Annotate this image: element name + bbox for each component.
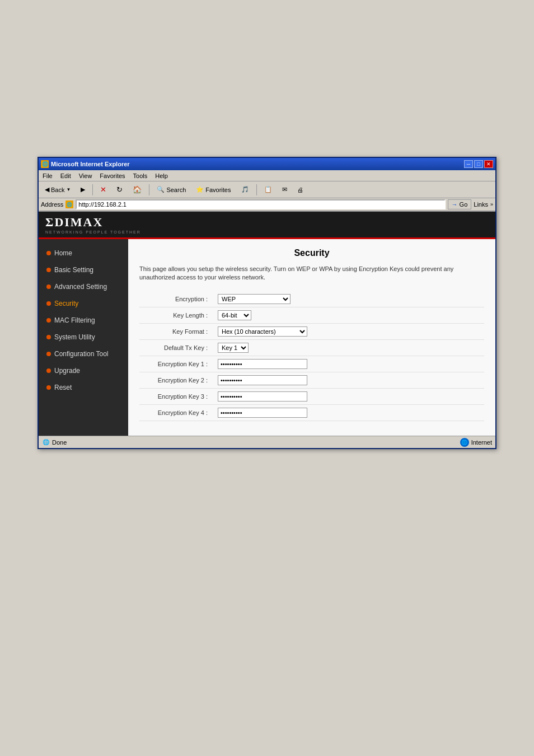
edimax-subtitle: NETWORKING PEOPLE TOGETHER xyxy=(45,230,141,234)
menu-favorites[interactable]: Favorites xyxy=(98,172,127,180)
home-button[interactable]: 🏠 xyxy=(129,183,146,197)
encryption-key-3-input[interactable] xyxy=(218,391,307,402)
field-row-encryption-key-3: Encryption Key 3 : xyxy=(139,388,484,404)
sidebar-label-system-utility: System Utility xyxy=(54,333,95,341)
sidebar-label-reset: Reset xyxy=(54,384,72,391)
menu-view[interactable]: View xyxy=(77,172,94,180)
internet-icon: 🌐 xyxy=(460,438,469,447)
field-row-encryption-key-1: Encryption Key 1 : xyxy=(139,356,484,372)
sidebar-item-basic-setting[interactable]: Basic Setting xyxy=(39,262,128,278)
edimax-logo: ΣDIMAX xyxy=(45,215,141,230)
star-icon: ⭐ xyxy=(196,186,204,193)
label-key-format: Key Format : xyxy=(139,323,212,339)
page-title: Security xyxy=(139,248,484,258)
forward-button[interactable]: ▶ xyxy=(77,183,89,197)
label-encryption-key-4: Encryption Key 4 : xyxy=(139,404,212,421)
menu-help[interactable]: Help xyxy=(153,172,170,180)
toolbar-separator-2 xyxy=(149,184,149,195)
page-description: This page allows you setup the wireless … xyxy=(139,265,484,282)
history-icon: 📋 xyxy=(264,186,272,193)
field-row-encryption: Encryption : WEP WPA Disabled xyxy=(139,291,484,307)
status-right: 🌐 Internet xyxy=(460,438,492,447)
window-title: Microsoft Internet Explorer xyxy=(51,161,130,167)
encryption-key-4-input[interactable] xyxy=(218,408,307,418)
encryption-select[interactable]: WEP WPA Disabled xyxy=(218,294,291,304)
sidebar-item-mac-filtering[interactable]: MAC Filtering xyxy=(39,312,128,329)
label-default-tx-key: Default Tx Key : xyxy=(139,339,212,356)
sidebar-item-advanced-setting[interactable]: Advanced Setting xyxy=(39,278,128,295)
sidebar-label-upgrade: Upgrade xyxy=(54,367,80,375)
menu-tools[interactable]: Tools xyxy=(132,172,149,180)
sidebar-item-configuration-tool[interactable]: Configuration Tool xyxy=(39,346,128,362)
minimize-button[interactable]: ─ xyxy=(464,160,473,168)
print-button[interactable]: 🖨 xyxy=(293,183,307,197)
history-button[interactable]: 📋 xyxy=(260,183,276,197)
label-encryption: Encryption : xyxy=(139,291,212,307)
sidebar-label-basic-setting: Basic Setting xyxy=(54,266,93,274)
nav-bullet-reset xyxy=(46,385,51,390)
search-icon: 🔍 xyxy=(157,186,165,193)
status-text: Done xyxy=(52,439,67,446)
address-favicon: 🌐 xyxy=(65,200,73,208)
sidebar-item-security[interactable]: Security xyxy=(39,295,128,312)
menu-file[interactable]: File xyxy=(41,172,54,180)
label-encryption-key-3: Encryption Key 3 : xyxy=(139,388,212,404)
field-row-encryption-key-2: Encryption Key 2 : xyxy=(139,372,484,388)
key-length-select[interactable]: 64-bit 128-bit xyxy=(218,310,251,320)
status-bar: 🌐 Done 🌐 Internet xyxy=(39,436,495,448)
title-bar-left: 🌐 Microsoft Internet Explorer xyxy=(41,160,130,168)
stop-icon: ✕ xyxy=(100,185,106,194)
sidebar-item-home[interactable]: Home xyxy=(39,245,128,262)
forward-icon: ▶ xyxy=(81,186,85,193)
nav-bullet-upgrade xyxy=(46,368,51,373)
links-label: Links xyxy=(474,201,488,208)
ie-browser-window: 🌐 Microsoft Internet Explorer ─ □ ✕ File… xyxy=(38,157,496,449)
default-tx-key-select[interactable]: Key 1 Key 2 Key 3 Key 4 xyxy=(218,343,249,353)
home-icon: 🏠 xyxy=(133,185,142,194)
refresh-icon: ↻ xyxy=(116,185,123,194)
stop-button[interactable]: ✕ xyxy=(96,183,110,197)
nav-bullet-system-utility xyxy=(46,335,51,339)
field-row-default-tx-key: Default Tx Key : Key 1 Key 2 Key 3 Key 4 xyxy=(139,339,484,356)
dropdown-arrow-icon: ▼ xyxy=(66,187,71,192)
links-chevron-icon: » xyxy=(490,202,493,207)
value-key-length: 64-bit 128-bit xyxy=(212,307,484,323)
sidebar-item-upgrade[interactable]: Upgrade xyxy=(39,362,128,379)
maximize-button[interactable]: □ xyxy=(474,160,483,168)
refresh-button[interactable]: ↻ xyxy=(113,183,127,197)
media-icon: 🎵 xyxy=(241,186,249,193)
back-icon: ◀ xyxy=(45,186,49,193)
value-key-format: Hex (10 characters) ASCII (5 characters) xyxy=(212,323,484,339)
key-format-select[interactable]: Hex (10 characters) ASCII (5 characters) xyxy=(218,326,307,337)
title-bar: 🌐 Microsoft Internet Explorer ─ □ ✕ xyxy=(39,158,495,170)
media-button[interactable]: 🎵 xyxy=(237,183,253,197)
sidebar-item-system-utility[interactable]: System Utility xyxy=(39,329,128,346)
value-default-tx-key: Key 1 Key 2 Key 3 Key 4 xyxy=(212,339,484,356)
toolbar-separator-3 xyxy=(256,184,257,195)
label-key-length: Key Length : xyxy=(139,307,212,323)
menu-edit[interactable]: Edit xyxy=(59,172,73,180)
status-left: 🌐 Done xyxy=(42,438,67,446)
security-section: Security This page allows you setup the … xyxy=(128,239,495,430)
page-content-area: Security This page allows you setup the … xyxy=(128,239,495,436)
field-row-key-length: Key Length : 64-bit 128-bit xyxy=(139,307,484,323)
close-button[interactable]: ✕ xyxy=(484,160,493,168)
sidebar-label-configuration-tool: Configuration Tool xyxy=(54,350,109,358)
nav-bullet-home xyxy=(46,251,51,255)
sidebar-item-reset[interactable]: Reset xyxy=(39,379,128,396)
settings-table: Encryption : WEP WPA Disabled Key Length… xyxy=(139,291,484,421)
search-button[interactable]: 🔍 Search xyxy=(153,183,190,197)
address-input[interactable] xyxy=(76,199,445,209)
go-button[interactable]: → Go xyxy=(448,199,472,209)
back-button[interactable]: ◀ Back ▼ xyxy=(41,183,74,197)
label-encryption-key-2: Encryption Key 2 : xyxy=(139,372,212,388)
value-encryption-key-3 xyxy=(212,388,484,404)
print-icon: 🖨 xyxy=(297,186,303,193)
encryption-key-2-input[interactable] xyxy=(218,375,307,385)
mail-button[interactable]: ✉ xyxy=(278,183,291,197)
nav-bullet-basic-setting xyxy=(46,268,51,272)
label-encryption-key-1: Encryption Key 1 : xyxy=(139,356,212,372)
field-row-encryption-key-4: Encryption Key 4 : xyxy=(139,404,484,421)
encryption-key-1-input[interactable] xyxy=(218,359,307,369)
favorites-button[interactable]: ⭐ Favorites xyxy=(192,183,235,197)
